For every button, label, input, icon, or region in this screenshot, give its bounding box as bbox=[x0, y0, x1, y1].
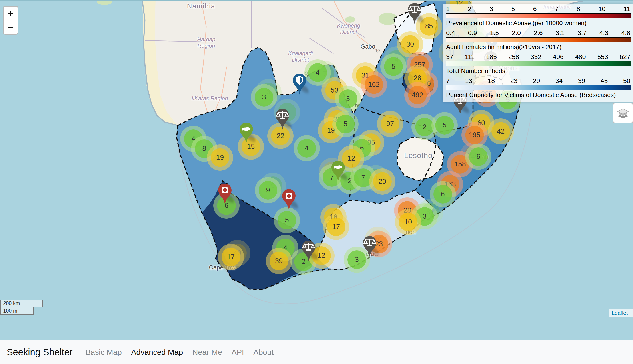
cluster-count: 5 bbox=[278, 211, 296, 230]
cluster-marker[interactable]: 5 bbox=[380, 54, 406, 80]
legend-label: Total Number of beds bbox=[446, 68, 631, 74]
zoom-out-button[interactable]: − bbox=[4, 20, 18, 34]
legend-tick: 0.4 bbox=[446, 29, 455, 36]
cluster-count: 195 bbox=[465, 126, 484, 144]
zoom-control: + − bbox=[3, 6, 19, 34]
legend-gradient-bar bbox=[446, 85, 631, 90]
legend-tick: 2 bbox=[468, 5, 471, 13]
cluster-marker[interactable]: 6 bbox=[465, 144, 491, 170]
legend-tick: 18 bbox=[488, 77, 495, 84]
legend-label: Adult Females (in millions)(>19yrs - 201… bbox=[446, 44, 631, 50]
medical-pin[interactable] bbox=[281, 188, 297, 212]
scales-pin[interactable] bbox=[274, 108, 291, 132]
cluster-marker[interactable]: 42 bbox=[488, 118, 514, 144]
legend-gradient-bar bbox=[446, 61, 631, 66]
cluster-count: 10 bbox=[399, 213, 417, 231]
leaflet-link[interactable]: Leaflet bbox=[612, 310, 628, 316]
legend-ticks: 12356781011 bbox=[446, 5, 631, 13]
nav-advanced-map[interactable]: Advanced Map bbox=[131, 348, 183, 357]
scales-icon bbox=[361, 235, 378, 259]
legend-tick: 39 bbox=[578, 77, 585, 84]
legend-label: Prevalence of Domestic Abuse (per 10000 … bbox=[446, 20, 631, 26]
cluster-marker[interactable]: 17 bbox=[323, 214, 349, 240]
zoom-in-button[interactable]: + bbox=[4, 7, 18, 20]
cluster-count: 4 bbox=[308, 63, 327, 82]
cluster-marker[interactable]: 20 bbox=[369, 168, 395, 195]
cluster-marker[interactable]: 6 bbox=[430, 181, 456, 207]
cluster-count: 17 bbox=[222, 248, 240, 266]
cluster-marker[interactable]: 5 bbox=[332, 111, 358, 137]
cluster-count: 3 bbox=[255, 88, 273, 106]
legend-tick: 332 bbox=[531, 53, 541, 60]
legend-tick: 23 bbox=[510, 77, 517, 84]
legend-tick: 2.0 bbox=[512, 29, 521, 36]
layers-icon bbox=[617, 107, 629, 119]
cluster-marker[interactable]: 10 bbox=[395, 209, 421, 235]
handshake-icon bbox=[330, 160, 346, 183]
cluster-count: 30 bbox=[401, 35, 419, 54]
nav-near-me[interactable]: Near Me bbox=[192, 348, 222, 357]
cluster-count: 4 bbox=[297, 139, 316, 158]
legend-tick: 13 bbox=[465, 77, 472, 84]
nav-api[interactable]: API bbox=[232, 348, 244, 357]
scales-icon bbox=[300, 240, 317, 263]
legend-tick: 8 bbox=[576, 5, 580, 13]
legend-tick: 11 bbox=[624, 5, 630, 13]
layers-control-button[interactable] bbox=[612, 102, 633, 124]
legend-ticks: 37111185258332406480553627 bbox=[446, 53, 631, 60]
cluster-marker[interactable]: 17 bbox=[218, 244, 244, 270]
shield-icon bbox=[291, 73, 308, 96]
scale-km: 200 km bbox=[1, 300, 43, 308]
nav-about[interactable]: About bbox=[253, 348, 274, 357]
legend-tick: 7 bbox=[446, 77, 450, 84]
legend-tick: 29 bbox=[533, 77, 540, 84]
legend-tick: 37 bbox=[446, 53, 453, 60]
map-canvas[interactable]: NamibiaHardap RegionIlKaras RegionKwenen… bbox=[0, 0, 633, 340]
legend-tick: 4.3 bbox=[599, 29, 608, 36]
legend-tick: 406 bbox=[553, 53, 563, 60]
legend-tick: 1 bbox=[446, 5, 450, 13]
cluster-marker[interactable]: 19 bbox=[207, 144, 233, 171]
cluster-marker[interactable]: 9 bbox=[255, 177, 281, 203]
legend-tick: 480 bbox=[575, 53, 586, 60]
handshake-pin[interactable] bbox=[330, 160, 346, 183]
legend-gradient-bar bbox=[446, 13, 631, 18]
scales-pin[interactable] bbox=[300, 240, 317, 263]
legend-scale-0: 12356781011Prevalence of Domestic Abuse … bbox=[446, 5, 631, 26]
cluster-count: 42 bbox=[491, 122, 510, 141]
legend-scale-1: 0.40.91.52.02.63.13.74.34.8Adult Females… bbox=[446, 29, 631, 50]
cluster-marker[interactable]: 162 bbox=[361, 72, 387, 98]
cluster-count: 97 bbox=[381, 114, 399, 133]
cluster-marker[interactable]: 39 bbox=[266, 248, 292, 274]
legend-tick: 185 bbox=[486, 53, 497, 60]
cluster-marker[interactable]: 4 bbox=[294, 135, 320, 161]
medical-pin[interactable] bbox=[217, 183, 233, 206]
cluster-count: 2 bbox=[415, 118, 434, 136]
medical-icon bbox=[217, 183, 233, 206]
cluster-count: 20 bbox=[373, 172, 392, 191]
cluster-count: 19 bbox=[211, 148, 229, 167]
cluster-marker[interactable]: 97 bbox=[377, 111, 403, 137]
cluster-marker[interactable]: 3 bbox=[251, 84, 277, 110]
legend-tick: 258 bbox=[508, 53, 519, 60]
legend-tick: 3.1 bbox=[556, 29, 564, 36]
nav-basic-map[interactable]: Basic Map bbox=[86, 348, 122, 357]
handshake-pin[interactable] bbox=[238, 122, 255, 145]
cluster-count: 6 bbox=[469, 148, 488, 166]
cluster-count: 5 bbox=[336, 115, 355, 134]
scales-pin[interactable] bbox=[361, 235, 378, 259]
shield-pin[interactable] bbox=[291, 73, 308, 96]
legend-scale-2: 37111185258332406480553627Total Number o… bbox=[446, 53, 631, 74]
scales-icon bbox=[406, 2, 423, 26]
legend-tick: 7 bbox=[555, 5, 558, 13]
legend-tick: 553 bbox=[597, 53, 608, 60]
scale-mi: 100 mi bbox=[1, 308, 34, 315]
legend-tick: 0.9 bbox=[468, 29, 477, 36]
scales-pin[interactable] bbox=[406, 2, 423, 26]
cluster-marker[interactable]: 4 bbox=[305, 60, 331, 86]
cluster-marker[interactable]: 492 bbox=[404, 82, 431, 108]
legend-tick: 3.7 bbox=[577, 29, 586, 36]
cluster-count: 3 bbox=[338, 90, 357, 108]
legend-tick: 111 bbox=[465, 53, 475, 60]
legend-ticks: 71318232934394550 bbox=[446, 77, 631, 84]
